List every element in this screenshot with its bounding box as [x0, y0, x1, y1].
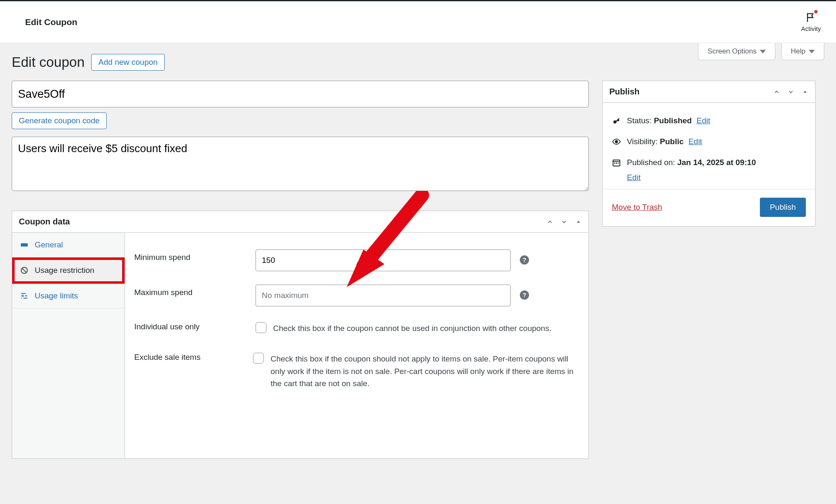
- help-button[interactable]: Help: [781, 43, 824, 60]
- max-spend-label: Maximum spend: [134, 285, 256, 297]
- add-new-coupon-button[interactable]: Add new coupon: [91, 54, 165, 71]
- status-value: Published: [654, 116, 692, 125]
- status-label: Status:: [627, 116, 652, 125]
- svg-rect-7: [618, 163, 619, 164]
- tab-usage-limits[interactable]: Usage limits: [12, 284, 125, 308]
- publish-panel: Publish Status: Published: [602, 81, 816, 227]
- calendar-icon: [612, 158, 621, 167]
- chevron-up-icon[interactable]: [547, 219, 553, 225]
- exclude-sale-label: Exclude sale items: [134, 353, 253, 362]
- individual-use-label: Individual use only: [134, 322, 256, 331]
- generate-coupon-code-button[interactable]: Generate coupon code: [12, 112, 107, 129]
- publish-title: Publish: [609, 87, 639, 97]
- caret-up-icon[interactable]: [575, 219, 582, 225]
- chevron-down-icon[interactable]: [561, 219, 568, 225]
- coupon-data-panel: Coupon data General: [12, 211, 589, 459]
- key-icon: [612, 116, 621, 125]
- activity-button[interactable]: Activity: [801, 12, 823, 32]
- flag-icon: [805, 12, 817, 23]
- svg-rect-6: [616, 163, 617, 164]
- svg-point-3: [615, 140, 618, 143]
- visibility-edit-link[interactable]: Edit: [688, 137, 702, 146]
- publish-button[interactable]: Publish: [760, 198, 806, 217]
- eye-icon: [612, 137, 621, 146]
- screen-options-label: Screen Options: [708, 47, 757, 56]
- exclude-sale-checkbox[interactable]: [253, 353, 264, 364]
- chevron-down-icon: [760, 50, 766, 53]
- tab-usage-restriction[interactable]: Usage restriction: [12, 257, 125, 284]
- coupon-data-tabs: General Usage restriction: [12, 233, 125, 458]
- min-spend-label: Minimum spend: [134, 249, 256, 262]
- visibility-value: Public: [660, 137, 684, 146]
- coupon-description-input[interactable]: [12, 137, 589, 191]
- activity-label: Activity: [801, 25, 821, 32]
- tab-general-label: General: [35, 240, 63, 249]
- exclude-sale-desc: Check this box if the coupon should not …: [271, 353, 579, 389]
- chevron-down-icon: [809, 50, 815, 53]
- prohibit-icon: [20, 266, 29, 274]
- tab-usage-restriction-label: Usage restriction: [35, 266, 95, 275]
- svg-point-2: [614, 120, 616, 123]
- move-to-trash-link[interactable]: Move to Trash: [612, 203, 662, 212]
- published-on-label: Published on:: [627, 158, 675, 167]
- coupon-data-title: Coupon data: [19, 217, 70, 227]
- status-edit-link[interactable]: Edit: [697, 116, 711, 125]
- min-spend-input[interactable]: [256, 249, 511, 271]
- published-on-edit-link[interactable]: Edit: [612, 173, 806, 182]
- chevron-up-icon[interactable]: [773, 89, 780, 95]
- tab-general[interactable]: General: [12, 233, 125, 257]
- ticket-icon: [20, 240, 29, 249]
- max-spend-input[interactable]: [256, 285, 511, 306]
- individual-use-desc: Check this box if the coupon cannot be u…: [273, 322, 551, 334]
- individual-use-checkbox[interactable]: [256, 322, 266, 333]
- caret-up-icon[interactable]: [802, 89, 808, 95]
- coupon-code-input[interactable]: [12, 81, 589, 107]
- sliders-icon: [20, 291, 29, 300]
- help-label: Help: [791, 47, 805, 56]
- page-title: Edit coupon: [12, 54, 84, 70]
- admin-top-bar: Edit Coupon Activity: [0, 1, 836, 43]
- visibility-label: Visibility:: [627, 137, 658, 146]
- admin-page-title: Edit Coupon: [25, 17, 77, 27]
- chevron-down-icon[interactable]: [787, 89, 794, 95]
- help-icon[interactable]: ?: [520, 255, 529, 265]
- screen-meta-links: Screen Options Help: [698, 43, 824, 60]
- help-icon[interactable]: ?: [520, 290, 529, 300]
- published-on-value: Jan 14, 2025 at 09:10: [677, 158, 756, 167]
- svg-rect-5: [614, 163, 616, 164]
- screen-options-button[interactable]: Screen Options: [698, 43, 775, 60]
- tab-usage-limits-label: Usage limits: [35, 291, 78, 300]
